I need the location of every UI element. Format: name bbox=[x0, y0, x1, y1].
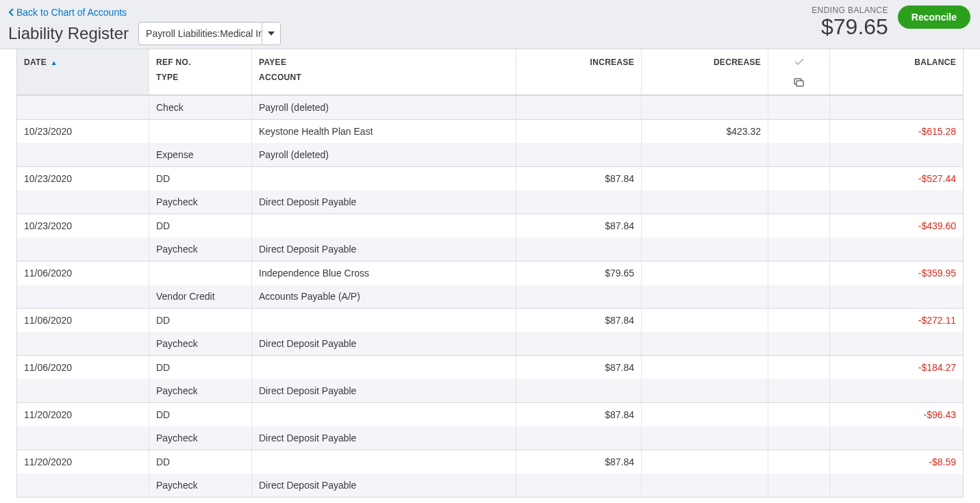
column-header-payee[interactable]: PAYEE ACCOUNT bbox=[252, 49, 516, 94]
cell-increase bbox=[516, 120, 642, 143]
cell-reconciled bbox=[768, 356, 830, 379]
cell-reconciled-sub bbox=[768, 96, 830, 119]
cell-date: 10/23/2020 bbox=[17, 120, 149, 143]
cell-balance-sub bbox=[830, 190, 963, 214]
column-header-ref-label: REF NO. bbox=[156, 57, 191, 67]
table-row[interactable]: 11/20/2020DD$87.84-$8.59PaycheckDirect D… bbox=[17, 450, 963, 498]
cell-type: Check bbox=[149, 96, 252, 119]
ending-balance-label: ENDING BALANCE bbox=[812, 5, 888, 15]
cell-type: Paycheck bbox=[149, 426, 252, 450]
table-header: DATE ▲ REF NO. TYPE PAYEE ACCOUNT INCREA… bbox=[17, 49, 963, 96]
cell-reconciled-sub bbox=[768, 190, 830, 214]
cell-reconciled-sub bbox=[768, 332, 830, 355]
cell-increase: $87.84 bbox=[516, 167, 642, 190]
account-select-dropdown-button[interactable] bbox=[262, 23, 280, 44]
cell-increase: $87.84 bbox=[516, 403, 642, 426]
table-row[interactable]: 10/23/2020DD$87.84-$439.60PaycheckDirect… bbox=[17, 214, 963, 261]
cell-balance: -$439.60 bbox=[830, 214, 963, 237]
cell-reconciled bbox=[768, 309, 830, 332]
table-row[interactable]: 11/20/2020DD$87.84-$96.43PaycheckDirect … bbox=[17, 403, 963, 450]
column-header-decrease[interactable]: DECREASE bbox=[642, 49, 768, 94]
column-header-payee-label: PAYEE bbox=[259, 57, 286, 67]
back-to-coa-link[interactable]: Back to Chart of Accounts bbox=[8, 7, 127, 18]
cell-increase-sub bbox=[516, 143, 642, 166]
cell-balance: -$527.44 bbox=[830, 167, 963, 190]
cell-decrease bbox=[642, 309, 768, 332]
reconcile-button[interactable]: Reconcile bbox=[898, 5, 970, 29]
table-row[interactable]: CheckPayroll (deleted) bbox=[17, 96, 963, 120]
column-header-type-label: TYPE bbox=[156, 73, 244, 82]
cell-reconciled bbox=[768, 261, 830, 285]
account-select-value: Payroll Liabilities:Medical In bbox=[139, 23, 262, 44]
cell-increase: $87.84 bbox=[516, 309, 642, 332]
table-row[interactable]: 11/06/2020Independence Blue Cross$79.65-… bbox=[17, 261, 963, 309]
cell-ref: DD bbox=[149, 356, 252, 379]
cell-date: 11/20/2020 bbox=[17, 403, 149, 426]
cell-date: 11/06/2020 bbox=[17, 261, 149, 285]
account-select[interactable]: Payroll Liabilities:Medical In bbox=[138, 22, 281, 45]
cell-balance: -$8.59 bbox=[830, 450, 963, 474]
cell-increase-sub bbox=[516, 379, 642, 402]
cell-decrease-sub bbox=[642, 332, 768, 355]
cell-reconciled-sub bbox=[768, 237, 830, 261]
cell-reconciled bbox=[768, 214, 830, 237]
column-header-increase[interactable]: INCREASE bbox=[516, 49, 642, 94]
cell-reconciled bbox=[768, 403, 830, 426]
cell-increase: $87.84 bbox=[516, 356, 642, 379]
cell-reconciled bbox=[768, 120, 830, 143]
cell-date-sub bbox=[17, 426, 149, 450]
column-header-date[interactable]: DATE ▲ bbox=[17, 49, 149, 94]
cell-reconciled-sub bbox=[768, 143, 830, 166]
column-header-balance-label: BALANCE bbox=[914, 57, 956, 67]
cell-date-sub bbox=[17, 285, 149, 308]
cell-balance: -$96.43 bbox=[830, 403, 963, 426]
cell-increase-sub bbox=[516, 332, 642, 355]
cell-type: Expense bbox=[149, 143, 252, 166]
cell-reconciled-sub bbox=[768, 379, 830, 402]
caret-down-icon bbox=[268, 31, 275, 36]
cell-decrease-sub bbox=[642, 379, 768, 402]
column-header-ref[interactable]: REF NO. TYPE bbox=[149, 49, 252, 94]
cell-decrease bbox=[642, 167, 768, 190]
cell-increase: $79.65 bbox=[516, 261, 642, 285]
cell-decrease-sub bbox=[642, 143, 768, 166]
cell-type: Paycheck bbox=[149, 190, 252, 214]
table-row[interactable]: 10/23/2020Keystone Health Plan East$423.… bbox=[17, 120, 963, 167]
cell-account: Direct Deposit Payable bbox=[252, 426, 516, 450]
cell-decrease-sub bbox=[642, 474, 768, 497]
cell-date-sub bbox=[17, 143, 149, 166]
cell-decrease bbox=[642, 261, 768, 285]
cell-ref: DD bbox=[149, 167, 252, 190]
cell-reconciled-sub bbox=[768, 474, 830, 497]
cell-balance-sub bbox=[830, 96, 963, 119]
cell-account: Direct Deposit Payable bbox=[252, 474, 516, 497]
cell-increase: $87.84 bbox=[516, 450, 642, 474]
cell-increase-sub bbox=[516, 285, 642, 308]
cell-date-sub bbox=[17, 474, 149, 497]
cell-decrease bbox=[642, 214, 768, 237]
cell-date: 11/06/2020 bbox=[17, 309, 149, 332]
cell-date-sub bbox=[17, 190, 149, 214]
cell-payee bbox=[252, 214, 516, 237]
cell-account: Accounts Payable (A/P) bbox=[252, 285, 516, 308]
cell-date-sub bbox=[17, 332, 149, 355]
table-row[interactable]: 11/06/2020DD$87.84-$272.11PaycheckDirect… bbox=[17, 309, 963, 356]
cell-decrease-sub bbox=[642, 96, 768, 119]
cell-reconciled bbox=[768, 167, 830, 190]
cell-payee: Independence Blue Cross bbox=[252, 261, 516, 285]
cell-reconciled bbox=[768, 450, 830, 474]
register-table: DATE ▲ REF NO. TYPE PAYEE ACCOUNT INCREA… bbox=[16, 49, 964, 498]
cell-balance: -$272.11 bbox=[830, 309, 963, 332]
table-row[interactable]: 11/06/2020DD$87.84-$184.27PaycheckDirect… bbox=[17, 356, 963, 403]
cell-payee bbox=[252, 309, 516, 332]
cell-date-sub bbox=[17, 237, 149, 261]
table-row[interactable]: 10/23/2020DD$87.84-$527.44PaycheckDirect… bbox=[17, 167, 963, 214]
column-header-balance[interactable]: BALANCE bbox=[830, 49, 963, 94]
cell-reconciled-sub bbox=[768, 285, 830, 308]
column-header-reconciled[interactable] bbox=[768, 49, 830, 94]
cell-balance-sub bbox=[830, 332, 963, 355]
cell-balance-sub bbox=[830, 474, 963, 497]
column-header-decrease-label: DECREASE bbox=[714, 57, 761, 67]
cell-increase: $87.84 bbox=[516, 214, 642, 237]
cell-reconciled-sub bbox=[768, 426, 830, 450]
